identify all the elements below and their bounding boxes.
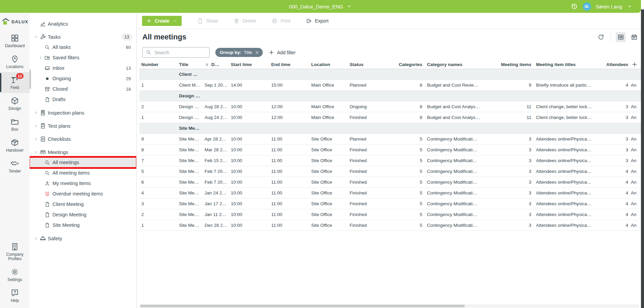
chevron-right-icon[interactable] [34, 236, 40, 241]
chevron-right-icon[interactable] [38, 56, 44, 60]
table-row[interactable]: 2Design …Aug 28 2…10:0012:00Main OfficeO… [139, 101, 644, 112]
history-icon[interactable] [571, 3, 578, 10]
svg-text:?: ? [14, 290, 16, 294]
cell-category_names: Contingency Modificati… [424, 147, 500, 152]
column-header-title[interactable]: Title [178, 62, 204, 67]
table-row[interactable]: 7Site Me…Feb 15 2…10:0011:00Site OfficeF… [139, 155, 644, 166]
sidebar-item-analytics[interactable]: Analytics [30, 19, 136, 29]
sidebar-item-tasks[interactable]: Tasks13 [30, 32, 136, 42]
rail-item-tender[interactable]: Tender [0, 156, 30, 177]
column-header-number[interactable]: Number [139, 62, 178, 67]
dalux-logo[interactable]: DALUX [0, 16, 30, 30]
sidebar-item-closed[interactable]: Closed18 [30, 84, 136, 94]
group-by-chip[interactable]: Group by: Title [215, 48, 263, 57]
chevron-right-icon[interactable] [34, 111, 40, 115]
column-header-status[interactable]: Status [349, 62, 393, 67]
rail-item-help[interactable]: ?Help [0, 285, 30, 306]
remove-group-by-icon[interactable] [255, 50, 259, 55]
column-header-start_time[interactable]: Start time [230, 62, 271, 67]
horizontal-scrollbar-thumb[interactable] [140, 305, 465, 307]
rail-item-box[interactable]: Box [0, 114, 30, 135]
column-header-label: Location [311, 62, 330, 67]
group-row-site-me[interactable]: Site Me… [139, 123, 644, 134]
rail-item-design[interactable]: Design [0, 93, 30, 114]
add-filter-button[interactable]: Add filter [269, 50, 296, 55]
table-row[interactable]: 9Site Me…Apr 28 2…10:0011:00Site OfficeP… [139, 134, 644, 145]
sidebar-item-drafts[interactable]: Drafts [30, 94, 136, 104]
caret-down-icon [173, 19, 177, 23]
sidebar-item-site-meeting[interactable]: Site Meeting [30, 220, 136, 230]
sidebar-item-overdue-meeting-items[interactable]: Overdue meeting items [30, 189, 136, 199]
avatar[interactable]: SL [583, 2, 591, 11]
clipboard-search-icon [40, 110, 48, 116]
sidebar-item-design-meeting[interactable]: Design Meeting [30, 210, 136, 220]
table-row[interactable]: 1Site Me…Dec 28 2…10:0011:00Site OfficeF… [139, 220, 644, 231]
table-row[interactable]: 1Client M…Sep 1 20…14:0015:00Main Office… [139, 80, 644, 91]
column-header-meeting_item_titles[interactable]: Meeting item titles [533, 62, 604, 67]
rail-item-handover[interactable]: Handover [0, 135, 30, 156]
sidebar-item-client-meeting[interactable]: Client Meeting [30, 199, 136, 209]
sidebar-item-test-plans[interactable]: Test plans [30, 121, 136, 131]
table-row[interactable]: 3Site Me…Jan 17 2…10:0011:00Site OfficeF… [139, 198, 644, 209]
chevron-down-icon[interactable] [34, 35, 40, 39]
sidebar-item-all-meetings[interactable]: All meetings [30, 157, 136, 167]
column-header-end_time[interactable]: End time [271, 62, 311, 67]
project-switcher[interactable]: 000_Dalux_Demo_ENG [289, 4, 352, 9]
table-row[interactable]: 6Site Me…Feb 7 20…10:0011:00Site OfficeF… [139, 177, 644, 188]
sidebar-item-all-meeting-items[interactable]: All meeting items [30, 168, 136, 178]
refresh-button[interactable] [596, 32, 606, 42]
chevron-down-icon[interactable] [627, 4, 632, 9]
sidebar-item-inbox[interactable]: Inbox13 [30, 63, 136, 73]
cell-title: Design … [178, 104, 204, 109]
create-button[interactable]: Create [142, 16, 182, 26]
rail-item-dashboard[interactable]: Dashboard [0, 30, 30, 51]
rail-item-label: Handover [6, 148, 24, 153]
sidebar-item-ongoing[interactable]: Ongoing29 [30, 73, 136, 84]
cell-number: 3 [139, 201, 178, 206]
export-button[interactable]: Export [306, 18, 328, 24]
rail-item-field[interactable]: 13Field [0, 72, 30, 93]
sidebar-item-meetings[interactable]: Meetings [30, 147, 136, 157]
add-column-icon[interactable] [631, 61, 638, 68]
handshake-icon [10, 159, 19, 168]
rail-item-settings[interactable]: Settings [0, 264, 30, 285]
table-row[interactable]: 1Design …Aug 24 2…10:0012:00Main OfficeF… [139, 112, 644, 123]
sidebar-item-my-meeting-items[interactable]: My meeting items [30, 178, 136, 188]
group-row-client[interactable]: Client … [139, 69, 644, 80]
sidebar-item-all-tasks[interactable]: All tasks60 [30, 42, 136, 52]
list-view-button[interactable] [616, 32, 626, 42]
column-header-meeting_items[interactable]: Meeting items [500, 62, 533, 67]
group-row-design[interactable]: Design … [139, 91, 644, 101]
column-header-category_names[interactable]: Category names [424, 62, 500, 67]
show-button[interactable]: Show [197, 18, 218, 24]
rail-item-company-profiles[interactable]: Company Profiles [0, 239, 30, 264]
chevron-down-icon[interactable] [34, 150, 40, 154]
print-button[interactable]: Print [272, 18, 290, 24]
column-header-attendees[interactable]: Attendees [604, 62, 630, 67]
rail-item-locations[interactable]: Locations [0, 51, 30, 72]
chevron-right-icon[interactable] [34, 124, 40, 128]
cell-end_time: 11:00 [271, 169, 311, 174]
sidebar-scrollbar[interactable] [30, 69, 31, 89]
search-input[interactable] [154, 50, 206, 56]
sidebar-item-safety[interactable]: Safety [30, 233, 136, 243]
table-row[interactable]: 5Site Me…Feb 7 20…10:0011:00Site OfficeF… [139, 166, 644, 177]
folder-icon [10, 117, 19, 126]
cell-categories: 5 [393, 136, 424, 142]
table-row[interactable]: 8Site Me…Mar 28 2…10:0011:00Site OfficeF… [139, 145, 644, 155]
sidebar-item-saved-filters[interactable]: Saved filters [30, 53, 136, 63]
cell-end_time: 12:00 [271, 104, 311, 109]
column-header-location[interactable]: Location [311, 62, 349, 67]
cell-attendees: 4 [604, 180, 630, 185]
calendar-view-button[interactable] [629, 32, 639, 42]
table-row[interactable]: 4Site Me…Jan 24 2…10:0011:00Site OfficeF… [139, 188, 644, 198]
delete-button[interactable]: Delete [234, 18, 256, 24]
cell-location: Main Office [311, 104, 349, 109]
chevron-right-icon[interactable] [34, 137, 40, 141]
table-row[interactable]: 2Site Me…Jan 11 2…10:0011:00Site OfficeF… [139, 209, 644, 220]
cell-attendees: 4 [604, 169, 630, 174]
column-header-date[interactable]: D… [204, 62, 230, 67]
sidebar-item-checklists[interactable]: Checklists [30, 134, 136, 144]
sidebar-item-inspection-plans[interactable]: Inspection plans [30, 107, 136, 118]
column-header-categories[interactable]: Categories [393, 62, 424, 67]
